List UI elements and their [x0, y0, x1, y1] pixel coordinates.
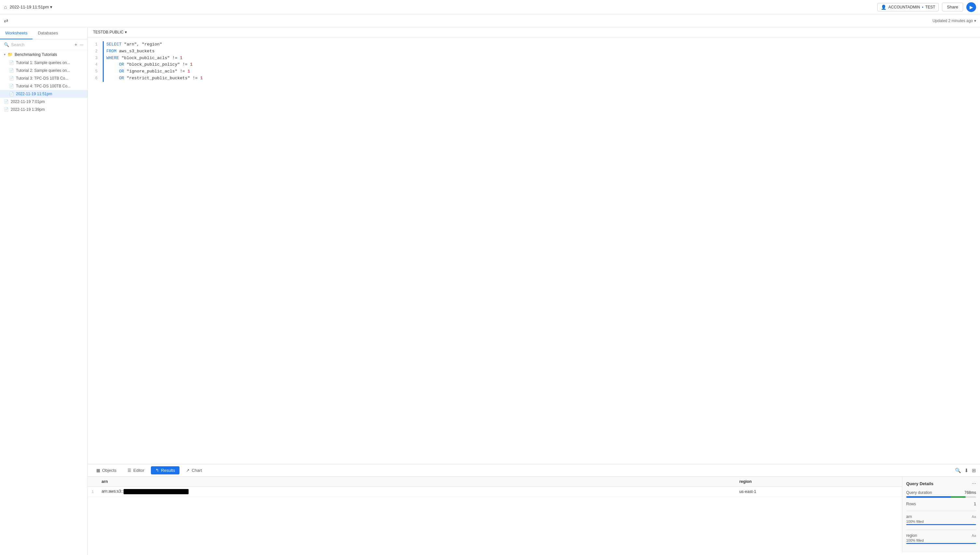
results-icon: ↰	[156, 468, 159, 473]
file-icon: 📄	[9, 68, 14, 73]
file-active-worksheet[interactable]: 📄 2022-11-19 11:51pm	[0, 90, 87, 98]
layout-toggle-button[interactable]: ⊞	[972, 468, 976, 473]
file-icon: 📄	[9, 76, 14, 80]
results-area: arn region 1 arn:aws:s3:: us-east-1	[88, 477, 980, 552]
col-arn-bar	[906, 524, 976, 525]
file-label: 2022-11-19 11:51pm	[16, 91, 52, 96]
file-tutorial-3[interactable]: 📄 Tutorial 3: TPC-DS 10TB Co...	[0, 74, 87, 82]
share-button[interactable]: Share	[942, 3, 963, 11]
second-header: ⇄ Updated 2 minutes ago ▾	[0, 14, 980, 27]
account-badge[interactable]: 👤 ACCOUNTADMIN • TEST	[877, 3, 939, 11]
bottom-panel: ▦ Objects ☰ Editor ↰ Results ↗ Chart	[88, 464, 980, 555]
line-number: 6	[93, 75, 103, 82]
tab-results[interactable]: ↰ Results	[151, 466, 180, 475]
home-icon[interactable]: ⌂	[4, 4, 7, 10]
filter-icon: ⇄	[4, 18, 8, 23]
col-region-bar-fill	[906, 543, 976, 544]
add-worksheet-button[interactable]: +	[74, 42, 77, 47]
file-icon: 📄	[4, 107, 9, 112]
duration-progress-bar	[906, 496, 976, 498]
chart-tab-label: Chart	[191, 468, 202, 473]
code-line-3: 3 WHERE "block_public_acls" != 1	[93, 55, 975, 62]
query-duration-section: Query duration 768ms Rows 1	[906, 490, 976, 506]
file-recent-1[interactable]: 📄 2022-11-19 7:01pm	[0, 98, 87, 106]
line-number: 2	[93, 48, 103, 55]
arn-redacted	[124, 489, 189, 494]
account-icon: 👤	[881, 5, 886, 10]
col-region-name: region	[906, 533, 917, 538]
search-placeholder: Search	[11, 42, 24, 47]
sidebar-content: ▾ 📁 Benchmarking Tutorials 📄 Tutorial 1:…	[0, 50, 87, 555]
rows-row: Rows 1	[906, 502, 976, 506]
run-button[interactable]: ▶	[966, 2, 976, 12]
code-line-1: 1 SELECT "arn", "region"	[93, 41, 975, 48]
file-icon: 📄	[4, 99, 9, 104]
tab-worksheets[interactable]: Worksheets	[0, 27, 32, 39]
rows-value: 1	[974, 502, 976, 506]
line-code: OR "ignore_public_acls" != 1	[106, 68, 190, 75]
code-line-6: 6 OR "restrict_public_buckets" != 1	[93, 75, 975, 82]
line-number: 4	[93, 61, 103, 68]
search-results-button[interactable]: 🔍	[955, 468, 961, 473]
datetime-display[interactable]: 2022-11-19 11:51pm ▾	[10, 5, 53, 10]
tab-chart[interactable]: ↗ Chart	[182, 466, 206, 475]
line-code: OR "block_public_policy" != 1	[106, 61, 193, 68]
file-label: Tutorial 4: TPC-DS 100TB Co...	[16, 84, 71, 88]
col-region-header: region Aa	[906, 533, 976, 538]
code-line-2: 2 FROM aws_s3_buckets	[93, 48, 975, 55]
more-options-button[interactable]: ···	[80, 42, 84, 47]
table-row: 1 arn:aws:s3:: us-east-1	[88, 487, 902, 497]
tab-editor[interactable]: ☰ Editor	[123, 466, 149, 475]
download-results-button[interactable]: ⬇	[964, 468, 969, 473]
line-indicator	[103, 68, 104, 75]
filter-button[interactable]: ⇄	[4, 18, 8, 24]
file-tutorial-1[interactable]: 📄 Tutorial 1: Sample queries on...	[0, 59, 87, 67]
editor-tab-label: Editor	[133, 468, 145, 473]
line-code: WHERE "block_public_acls" != 1	[106, 55, 182, 62]
editor-icon: ☰	[127, 468, 131, 473]
test-label: TEST	[925, 5, 935, 10]
tab-objects[interactable]: ▦ Objects	[92, 466, 121, 475]
query-details-title: Query Details	[906, 481, 933, 486]
file-label: Tutorial 1: Sample queries on...	[16, 61, 70, 65]
line-indicator	[103, 41, 104, 48]
col-arn-type: Aa	[972, 515, 976, 519]
file-recent-2[interactable]: 📄 2022-11-19 1:39pm	[0, 106, 87, 114]
results-table: arn region 1 arn:aws:s3:: us-east-1	[88, 477, 902, 552]
line-number: 3	[93, 55, 103, 61]
line-indicator	[103, 61, 104, 68]
col-arn-name: arn	[906, 514, 912, 519]
duration-value: 768ms	[964, 490, 976, 495]
col-header-arn: arn	[98, 477, 736, 487]
updated-arrow-icon: ▾	[974, 19, 976, 23]
code-line-4: 4 OR "block_public_policy" != 1	[93, 61, 975, 68]
line-code: SELECT "arn", "region"	[106, 41, 162, 48]
file-icon: 📄	[9, 84, 14, 88]
sidebar: Worksheets Databases 🔍 Search + ··· ▾ 📁 …	[0, 27, 88, 555]
tab-databases[interactable]: Databases	[32, 27, 63, 39]
updated-text: Updated 2 minutes ago	[933, 19, 973, 23]
dot-separator: •	[922, 5, 923, 10]
cell-arn: arn:aws:s3::	[98, 487, 736, 497]
file-tutorial-4[interactable]: 📄 Tutorial 4: TPC-DS 100TB Co...	[0, 82, 87, 90]
bottom-tab-icons: 🔍 ⬇ ⊞	[955, 468, 976, 473]
db-selector[interactable]: TESTDB.PUBLIC ▾	[93, 30, 127, 34]
query-details-more-button[interactable]: ···	[972, 481, 976, 486]
main-layout: Worksheets Databases 🔍 Search + ··· ▾ 📁 …	[0, 27, 980, 555]
folder-benchmarking[interactable]: ▾ 📁 Benchmarking Tutorials	[0, 50, 87, 59]
datetime-dropdown-icon: ▾	[50, 5, 52, 10]
query-duration-row: Query duration 768ms	[906, 490, 976, 495]
line-number: 1	[93, 41, 103, 48]
editor-area: TESTDB.PUBLIC ▾ 1 SELECT "arn", "region"…	[88, 27, 980, 555]
data-table: arn region 1 arn:aws:s3:: us-east-1	[88, 477, 902, 497]
code-editor[interactable]: 1 SELECT "arn", "region" 2 FROM aws_s3_b…	[88, 37, 980, 464]
file-tutorial-2[interactable]: 📄 Tutorial 2: Sample queries on...	[0, 67, 87, 74]
line-number: 5	[93, 68, 103, 75]
account-name: ACCOUNTADMIN	[888, 5, 920, 10]
col-region-section: region Aa 100% filled	[906, 533, 976, 544]
col-arn-header: arn Aa	[906, 514, 976, 519]
file-icon: 📄	[9, 61, 14, 65]
arn-prefix: arn:aws:s3::	[101, 489, 123, 494]
line-indicator	[103, 48, 104, 55]
query-details-panel: Query Details ··· Query duration 768ms R…	[902, 477, 980, 552]
